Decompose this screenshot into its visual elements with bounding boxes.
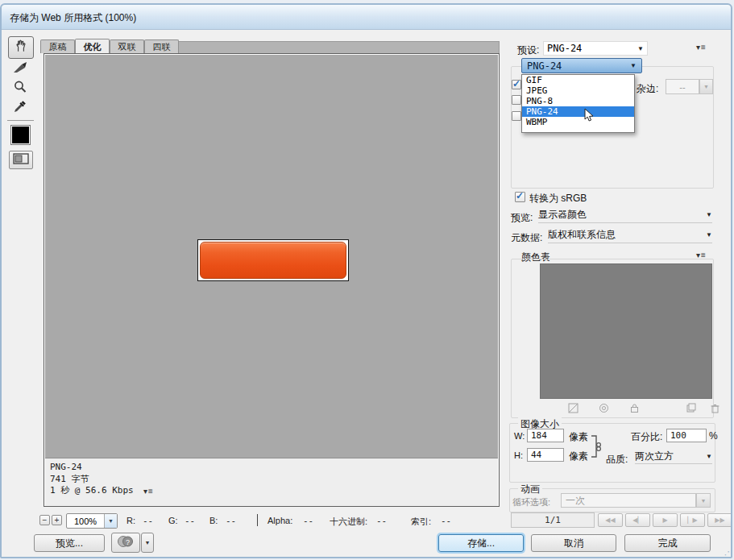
dialog-title: 存储为 Web 所用格式 (100%)	[10, 11, 136, 25]
quality-select[interactable]: 两次立方 ▼	[635, 449, 712, 464]
readout-separator	[257, 514, 258, 526]
matte-dropdown-arrow[interactable]: ▼	[699, 79, 713, 94]
slice-image[interactable]	[197, 239, 349, 281]
next-frame-button[interactable]: ▏▶	[680, 513, 705, 527]
preview-mode-value: 显示器颜色	[538, 208, 706, 222]
format-option-png8[interactable]: PNG-8	[522, 96, 634, 106]
eyedropper-tool-button[interactable]	[11, 99, 29, 117]
r-label: R:	[126, 516, 135, 525]
width-unit-label: 像素	[569, 430, 588, 444]
zoom-level-select[interactable]: 100% ▼	[66, 513, 118, 529]
hand-tool-button[interactable]	[8, 36, 34, 59]
alpha-value: --	[303, 516, 313, 526]
eyedropper-color-swatch[interactable]	[10, 125, 31, 145]
preview-mode-label: 预览:	[511, 211, 533, 225]
b-label: B:	[209, 516, 218, 525]
first-frame-button[interactable]: ◀◀	[598, 513, 623, 527]
loop-options-select[interactable]: 一次	[561, 493, 696, 508]
alpha-label: Alpha:	[267, 516, 292, 525]
save-button[interactable]: 存储...	[438, 534, 524, 552]
metadata-select[interactable]: 版权和联系信息 ▼	[548, 227, 712, 243]
matte-label: 杂边:	[637, 82, 658, 96]
preview-mode-select[interactable]: 显示器颜色 ▼	[538, 207, 712, 223]
tab-original[interactable]: 原稿	[40, 39, 75, 53]
lock-icon[interactable]	[629, 402, 640, 417]
tab-4up[interactable]: 四联	[144, 39, 179, 53]
orange-button-image	[200, 242, 346, 279]
matte-value-field[interactable]: --	[666, 79, 699, 94]
new-color-icon[interactable]	[686, 402, 696, 417]
file-format-value: PNG-24	[527, 60, 630, 72]
tab-2up[interactable]: 双联	[110, 39, 144, 53]
metadata-value: 版权和联系信息	[548, 228, 706, 242]
previous-frame-button[interactable]: ◀▏	[625, 513, 650, 527]
r-value: --	[143, 516, 153, 526]
height-input[interactable]: 44	[527, 448, 564, 462]
hex-value: --	[376, 516, 387, 526]
svg-text:?: ?	[126, 537, 130, 545]
loop-options-arrow[interactable]: ▼	[696, 493, 711, 508]
preset-label: 预设:	[517, 44, 539, 57]
index-value: --	[441, 516, 451, 526]
slice-select-tool-button[interactable]	[10, 61, 30, 77]
hidden-option-checkbox[interactable]	[512, 111, 521, 121]
tab-optimized[interactable]: 优化	[75, 39, 110, 54]
metadata-arrow-icon: ▼	[706, 231, 712, 239]
preset-value: PNG-24	[547, 43, 637, 54]
width-input[interactable]: 184	[527, 429, 564, 442]
format-option-gif[interactable]: GIF	[522, 75, 634, 85]
browser-preview-menu-arrow[interactable]: ▼	[141, 533, 154, 553]
preview-mode-arrow-icon: ▼	[706, 211, 712, 218]
percent-input[interactable]: 100	[666, 429, 707, 442]
preset-select[interactable]: PNG-24 ▼	[543, 41, 648, 56]
quality-label: 品质:	[606, 453, 628, 467]
eyedropper-icon	[13, 99, 27, 117]
play-button[interactable]: ▶	[653, 513, 678, 527]
status-area: PNG-24 741 字节 1 秒 @ 56.6 Kbps ▾≡	[45, 458, 498, 506]
slice-select-icon	[12, 60, 28, 78]
index-label: 索引:	[411, 516, 431, 528]
g-value: --	[185, 516, 195, 526]
browser-preview-device-button[interactable]: ?	[111, 533, 140, 553]
percent-label: 百分比:	[631, 430, 662, 444]
hand-icon	[14, 39, 28, 56]
frame-counter: 1/1	[511, 512, 595, 528]
cancel-button[interactable]: 取消	[531, 534, 616, 552]
zoom-tool-button[interactable]	[11, 80, 29, 97]
width-label: W:	[514, 431, 525, 441]
convert-srgb-checkbox[interactable]	[515, 192, 525, 202]
height-unit-label: 像素	[569, 450, 588, 463]
status-menu-icon[interactable]: ▾≡	[143, 487, 154, 496]
preset-arrow-icon: ▼	[637, 45, 644, 52]
format-option-png24[interactable]: PNG-24	[522, 106, 634, 117]
percent-unit-label: %	[709, 430, 718, 442]
trash-icon[interactable]	[710, 402, 720, 417]
quality-arrow-icon: ▼	[706, 453, 712, 460]
toggle-slices-button[interactable]	[9, 151, 33, 169]
zoom-dropdown-arrow-icon: ▼	[104, 514, 117, 528]
optimize-panel-menu-icon[interactable]: ▾≡	[696, 43, 707, 52]
browser-globe-icon: ?	[117, 535, 135, 551]
preview-in-browser-button[interactable]: 预览...	[34, 534, 105, 552]
height-label: H:	[514, 450, 523, 460]
transparency-checkbox[interactable]	[512, 80, 521, 89]
zoom-in-button[interactable]: +	[52, 515, 62, 525]
format-option-wbmp[interactable]: WBMP	[522, 117, 634, 127]
file-format-arrow-icon: ▼	[630, 62, 637, 69]
constrain-proportions-link-icon[interactable]	[590, 434, 603, 463]
animation-title: 动画	[518, 483, 542, 496]
resize-grip[interactable]: ⋰	[721, 550, 730, 558]
preview-canvas[interactable]: PNG-24 741 字节 1 秒 @ 56.6 Kbps ▾≡	[44, 53, 500, 507]
tool-separator	[7, 120, 34, 121]
color-table-swatches-area[interactable]	[540, 263, 712, 399]
last-frame-button[interactable]: ▶▶	[707, 513, 732, 527]
map-transparency-icon[interactable]	[568, 402, 578, 417]
zoom-out-button[interactable]: −	[39, 515, 50, 525]
done-button[interactable]: 完成	[624, 534, 711, 552]
web-shift-icon[interactable]	[599, 402, 609, 417]
file-format-dropdown-list: GIF JPEG PNG-8 PNG-24 WBMP	[521, 74, 635, 133]
metadata-label: 元数据:	[511, 231, 542, 245]
file-format-combobox[interactable]: PNG-24 ▼	[521, 58, 642, 73]
interlaced-checkbox[interactable]	[512, 95, 521, 105]
format-option-jpeg[interactable]: JPEG	[522, 85, 634, 96]
